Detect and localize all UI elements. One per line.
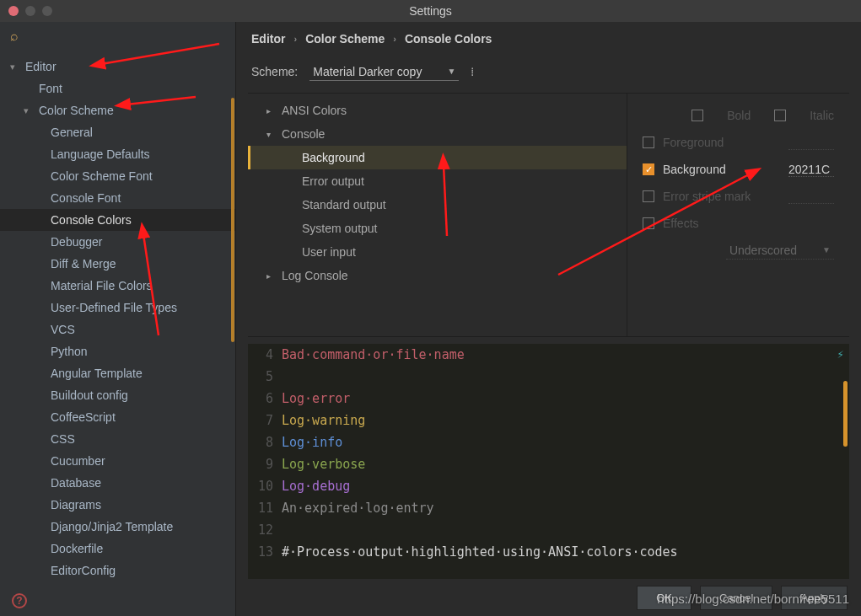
error-stripe-label: Error stripe mark [663,190,751,203]
background-value[interactable]: 20211C [788,163,834,177]
sidebar-item-label: Database [51,476,101,490]
cancel-button[interactable]: Cancel [700,586,772,610]
sidebar-item[interactable]: User-Defined File Types [0,297,235,319]
chevron-icon: ▾ [24,105,29,116]
preview-line: 7Log·warning [248,410,849,431]
lightning-icon[interactable]: ⚡ [837,347,844,361]
sidebar-item-label: Material File Colors [51,279,153,292]
breadcrumb-item: Console Colors [405,32,492,46]
sidebar-item[interactable]: Cucumber [0,450,235,472]
search-icon[interactable]: ⌕ [10,29,19,44]
ok-button[interactable]: OK [637,586,691,610]
sidebar-item[interactable]: Django/Jinja2 Template [0,516,235,538]
preview-token: ·info [304,435,342,450]
sidebar-item[interactable]: Language Defaults [0,143,235,165]
sidebar-item[interactable]: General [0,121,235,143]
sidebar-item-label: VCS [51,323,75,336]
breadcrumb: Editor › Color Scheme › Console Colors [236,22,861,56]
category-label: ANSI Colors [282,104,347,117]
category-label: Error output [302,174,364,188]
scheme-label: Scheme: [251,65,298,78]
sidebar-item[interactable]: Dockerfile [0,538,235,560]
sidebar-item[interactable]: Console Font [0,187,235,209]
line-number: 6 [248,391,273,406]
sidebar-item[interactable]: Material File Colors [0,275,235,297]
sidebar-item-label: EditorConfig [51,564,116,577]
sidebar-item[interactable]: Diagrams [0,494,235,516]
sidebar-item-label: General [51,126,93,139]
bold-checkbox[interactable] [691,110,703,121]
foreground-checkbox[interactable] [643,137,654,148]
preview-line: 13#·Process·output·highlighted·using·ANS… [248,541,849,563]
sidebar-item[interactable]: Angular Template [0,362,235,384]
sidebar-item[interactable]: Color Scheme Font [0,165,235,187]
foreground-value[interactable] [788,136,834,150]
line-number: 10 [248,479,273,494]
chevron-icon: ▾ [266,130,275,139]
preview-line: 4Bad·command·or·file·name [248,344,849,366]
breadcrumb-item[interactable]: Editor [251,32,285,46]
sidebar-item[interactable]: EditorConfig [0,560,235,581]
error-stripe-checkbox[interactable] [643,190,654,202]
chevron-icon: ▸ [266,271,275,281]
category-item[interactable]: Standard output [248,193,627,217]
apply-button[interactable]: Apply [781,586,848,610]
background-checkbox[interactable]: ✓ [643,163,654,175]
sidebar-item[interactable]: VCS [0,319,235,340]
help-icon[interactable]: ? [12,593,27,608]
color-properties: Bold Italic Foreground ✓ Background 2021… [627,94,849,336]
sidebar-item-label: Python [51,345,88,358]
sidebar-item[interactable]: ▾Editor [0,56,235,78]
preview-line: 11An·expired·log·entry [248,497,849,519]
effects-dropdown[interactable]: Underscored ▼ [726,242,834,260]
sidebar-item-label: Diagrams [51,498,101,512]
category-tree[interactable]: ▸ANSI Colors▾ConsoleBackgroundError outp… [248,94,627,336]
chevron-down-icon: ▼ [447,67,455,76]
preview-token: An·expired·log·entry [282,501,434,516]
sidebar-item[interactable]: Python [0,340,235,362]
preview-token: Log [282,391,304,406]
breadcrumb-item[interactable]: Color Scheme [305,32,385,46]
sidebar-item-label: Font [39,82,62,95]
sidebar-item[interactable]: Debugger [0,231,235,253]
sidebar-item-label: Dockerfile [51,542,103,555]
category-item[interactable]: ▸ANSI Colors [248,99,627,122]
sidebar-item[interactable]: Buildout config [0,384,235,406]
sidebar-item[interactable]: Console Colors [0,209,235,231]
error-stripe-value[interactable] [788,190,834,204]
sidebar-item[interactable]: ▾Color Scheme [0,99,235,121]
titlebar: Settings [0,0,861,22]
category-item[interactable]: User input [248,240,627,264]
category-item[interactable]: ▸Log Console [248,264,627,287]
category-item[interactable]: ▾Console [248,122,627,146]
gear-icon[interactable]: ⁞ [471,65,474,78]
category-item[interactable]: Background [248,146,627,169]
sidebar-item-label: Console Colors [51,213,132,227]
preview-scrollbar[interactable] [843,381,848,447]
sidebar-item[interactable]: Font [0,78,235,99]
chevron-icon: ▾ [10,62,15,72]
sidebar-item[interactable]: CSS [0,428,235,450]
preview-token: Log [282,435,304,450]
preview-token: ·debug [304,479,350,494]
italic-checkbox[interactable] [774,110,786,121]
sidebar-item[interactable]: Database [0,472,235,494]
category-item[interactable]: Error output [248,169,627,193]
settings-tree[interactable]: ▾EditorFont▾Color SchemeGeneralLanguage … [0,51,235,586]
settings-sidebar: ⌕ ▾EditorFont▾Color SchemeGeneralLanguag… [0,22,236,616]
sidebar-item[interactable]: CoffeeScript [0,406,235,428]
scheme-dropdown[interactable]: Material Darker copy ▼ [309,63,459,81]
sidebar-item[interactable]: Diff & Merge [0,253,235,275]
chevron-icon: ▸ [266,106,275,115]
window-title: Settings [0,4,861,18]
effects-checkbox[interactable] [643,217,654,229]
scheme-value: Material Darker copy [313,65,422,78]
sidebar-scrollbar[interactable] [231,98,234,342]
sidebar-item-label: Debugger [51,235,103,249]
sidebar-item-label: Color Scheme [39,104,114,117]
preview-token: Log [282,479,304,494]
line-number: 5 [248,369,273,384]
category-item[interactable]: System output [248,217,627,240]
category-label: System output [302,222,378,235]
chevron-right-icon: › [293,34,297,44]
